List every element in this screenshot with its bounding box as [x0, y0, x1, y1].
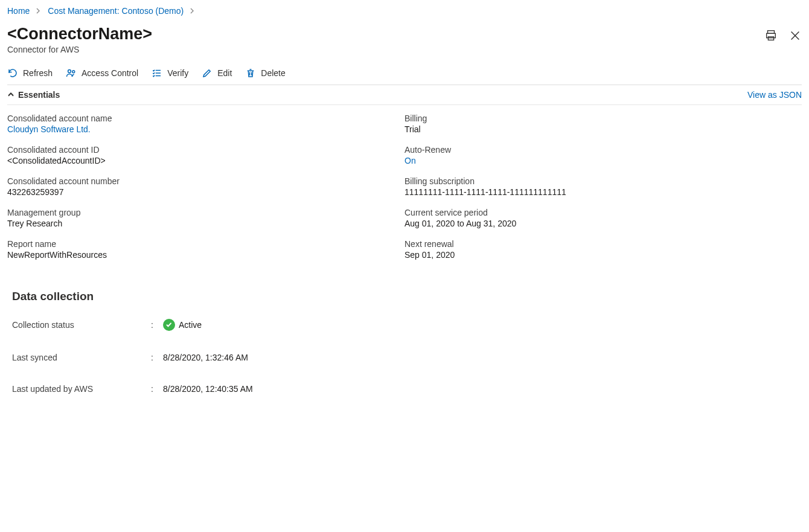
- verify-label: Verify: [167, 68, 188, 78]
- essentials-toggle[interactable]: Essentials: [7, 90, 60, 100]
- success-check-icon: [163, 319, 175, 331]
- field-value: 8/28/2020, 1:32:46 AM: [163, 353, 248, 362]
- edit-label: Edit: [217, 68, 232, 78]
- page-subtitle: Connector for AWS: [7, 45, 152, 54]
- field-value: Sep 01, 2020: [405, 250, 802, 260]
- field-label: Next renewal: [405, 239, 802, 249]
- field-value: Trial: [405, 124, 802, 134]
- field-value[interactable]: On: [405, 156, 802, 165]
- refresh-label: Refresh: [23, 68, 53, 78]
- field-label: Billing subscription: [405, 176, 802, 186]
- breadcrumb-item-home[interactable]: Home: [7, 6, 30, 16]
- consolidated-account-number: Consolidated account number 432263259397: [7, 176, 405, 197]
- people-icon: [66, 68, 77, 79]
- svg-rect-0: [768, 31, 775, 34]
- trash-icon: [245, 68, 256, 79]
- print-icon[interactable]: [764, 29, 778, 42]
- consolidated-account-id: Consolidated account ID <ConsolidatedAcc…: [7, 145, 405, 165]
- last-updated-by-aws-row: Last updated by AWS : 8/28/2020, 12:40:3…: [7, 384, 802, 394]
- essentials-left-column: Consolidated account name Cloudyn Softwa…: [7, 114, 405, 260]
- page-header: <ConnectorName> Connector for AWS: [7, 24, 802, 54]
- field-value: NewReportWithResources: [7, 250, 405, 260]
- field-value: 8/28/2020, 12:40:35 AM: [163, 384, 253, 394]
- refresh-button[interactable]: Refresh: [7, 68, 53, 79]
- management-group: Management group Trey Research: [7, 208, 405, 228]
- toolbar: Refresh Access Control Verify Edit: [7, 68, 802, 85]
- field-value: Aug 01, 2020 to Aug 31, 2020: [405, 219, 802, 228]
- view-as-json-link[interactable]: View as JSON: [747, 90, 802, 100]
- field-value: Active: [163, 319, 202, 331]
- field-label: Consolidated account number: [7, 176, 405, 186]
- chevron-right-icon: [190, 8, 196, 14]
- delete-label: Delete: [261, 68, 285, 78]
- field-label: Billing: [405, 114, 802, 123]
- colon: :: [151, 353, 163, 362]
- collection-status-row: Collection status : Active: [7, 319, 802, 331]
- field-label: Consolidated account name: [7, 114, 405, 123]
- field-label: Auto-Renew: [405, 145, 802, 155]
- svg-rect-2: [768, 37, 773, 40]
- essentials-header: Essentials View as JSON: [7, 85, 802, 105]
- field-label: Last updated by AWS: [12, 384, 151, 394]
- access-control-button[interactable]: Access Control: [66, 68, 138, 79]
- breadcrumb-item-cost-management[interactable]: Cost Management: Contoso (Demo): [48, 6, 184, 16]
- breadcrumb: Home Cost Management: Contoso (Demo): [7, 6, 802, 16]
- svg-point-3: [68, 70, 71, 73]
- access-control-label: Access Control: [82, 68, 138, 78]
- chevron-up-icon: [7, 91, 14, 98]
- essentials-right-column: Billing Trial Auto-Renew On Billing subs…: [405, 114, 802, 260]
- close-icon[interactable]: [788, 29, 802, 42]
- field-label: Current service period: [405, 208, 802, 217]
- field-value: 432263259397: [7, 187, 405, 197]
- field-value: <ConsolidatedAccountID>: [7, 156, 405, 165]
- chevron-right-icon: [36, 8, 42, 14]
- page-title: <ConnectorName>: [7, 24, 152, 43]
- status-text: Active: [179, 320, 202, 330]
- field-label: Collection status: [12, 320, 151, 330]
- checklist-icon: [152, 68, 162, 79]
- field-label: Consolidated account ID: [7, 145, 405, 155]
- delete-button[interactable]: Delete: [245, 68, 285, 79]
- verify-button[interactable]: Verify: [152, 68, 188, 79]
- colon: :: [151, 384, 163, 394]
- report-name: Report name NewReportWithResources: [7, 239, 405, 260]
- svg-point-4: [72, 71, 75, 73]
- field-label: Report name: [7, 239, 405, 249]
- last-synced-row: Last synced : 8/28/2020, 1:32:46 AM: [7, 353, 802, 362]
- refresh-icon: [7, 68, 18, 79]
- auto-renew: Auto-Renew On: [405, 145, 802, 165]
- colon: :: [151, 320, 163, 330]
- field-label: Management group: [7, 208, 405, 217]
- pencil-icon: [202, 68, 213, 79]
- consolidated-account-name: Consolidated account name Cloudyn Softwa…: [7, 114, 405, 134]
- next-renewal: Next renewal Sep 01, 2020: [405, 239, 802, 260]
- field-value: Trey Research: [7, 219, 405, 228]
- billing-subscription: Billing subscription 11111111-1111-1111-…: [405, 176, 802, 197]
- essentials-title: Essentials: [18, 90, 60, 100]
- current-service-period: Current service period Aug 01, 2020 to A…: [405, 208, 802, 228]
- field-value[interactable]: Cloudyn Software Ltd.: [7, 124, 405, 134]
- field-label: Last synced: [12, 353, 151, 362]
- data-collection-title: Data collection: [7, 290, 802, 303]
- essentials-body: Consolidated account name Cloudyn Softwa…: [7, 105, 802, 260]
- edit-button[interactable]: Edit: [202, 68, 232, 79]
- field-value: 11111111-1111-1111-1111-111111111111: [405, 187, 802, 197]
- billing: Billing Trial: [405, 114, 802, 134]
